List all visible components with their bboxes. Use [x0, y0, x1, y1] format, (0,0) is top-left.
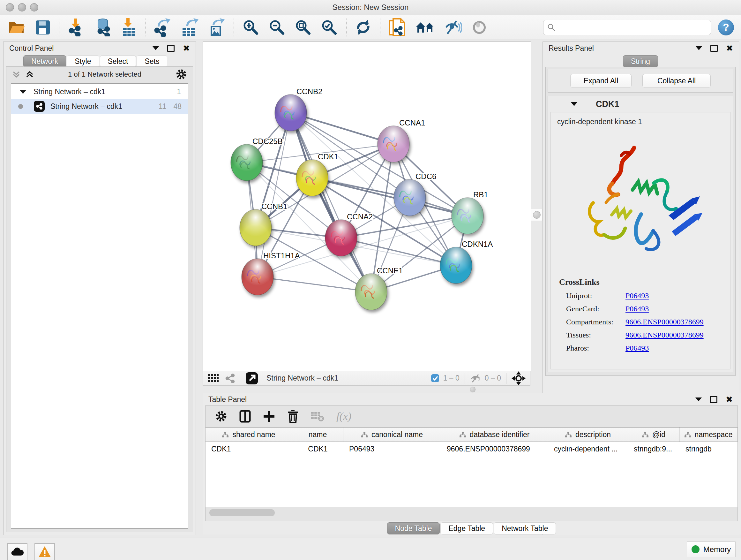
- network-node-CDC25B[interactable]: [231, 144, 263, 181]
- scrollbar-thumb[interactable]: [209, 509, 275, 516]
- create-column-icon[interactable]: [263, 410, 275, 422]
- network-node-CDKN1A[interactable]: [440, 247, 472, 284]
- import-network-from-file-icon[interactable]: [68, 18, 85, 37]
- table-options-gear-icon[interactable]: [215, 410, 227, 422]
- cloud-status-button[interactable]: [7, 543, 27, 560]
- maximize-panel-icon[interactable]: [710, 396, 718, 403]
- tab-network-table[interactable]: Network Table: [494, 522, 556, 535]
- collection-expand-icon[interactable]: [19, 90, 26, 94]
- hidden-eye-icon[interactable]: [470, 374, 481, 383]
- export-table-icon[interactable]: [181, 18, 199, 37]
- column-header-canonical-name[interactable]: canonical name: [343, 428, 441, 442]
- network-row-selected[interactable]: String Network – cdk1 11 48: [11, 99, 188, 114]
- tab-network[interactable]: Network: [23, 55, 66, 67]
- network-options-gear-icon[interactable]: [176, 69, 187, 80]
- vertical-splitter-grip[interactable]: [531, 209, 542, 221]
- zoom-window-button[interactable]: [30, 3, 38, 11]
- network-canvas[interactable]: CCNB2CCNA1CDC25BCDK1CDC6RB1CCNB1CCNA2CDK…: [203, 42, 531, 371]
- horizontal-splitter-grip[interactable]: [467, 386, 478, 393]
- tab-string[interactable]: String: [623, 55, 658, 67]
- crosslink-link[interactable]: P06493: [625, 292, 649, 300]
- network-node-CCNB2[interactable]: [275, 95, 307, 131]
- table-cell[interactable]: CDK1: [292, 442, 343, 455]
- column-header-@id[interactable]: @id: [628, 428, 680, 442]
- zoom-fit-content-icon[interactable]: [295, 19, 312, 36]
- close-panel-icon[interactable]: ✖: [726, 44, 733, 53]
- column-header-shared-name[interactable]: shared name: [205, 428, 292, 442]
- show-column-icon[interactable]: [239, 410, 251, 423]
- close-panel-icon[interactable]: ✖: [183, 44, 190, 53]
- collapse-all-networks-icon[interactable]: [12, 70, 20, 78]
- crosslink-link[interactable]: P06493: [625, 344, 649, 353]
- memory-button[interactable]: Memory: [687, 542, 736, 557]
- table-row[interactable]: CDK1CDK1P064939606.ENSP00000378699cyclin…: [205, 442, 738, 455]
- network-node-CDC6[interactable]: [394, 179, 426, 216]
- network-edge-HIST1H1A-CCNE1[interactable]: [258, 277, 371, 292]
- maximize-panel-icon[interactable]: [167, 45, 175, 52]
- import-network-from-database-icon[interactable]: [94, 18, 112, 37]
- string-home-icon[interactable]: [415, 20, 434, 35]
- string-import-icon[interactable]: [389, 18, 406, 37]
- network-share-icon[interactable]: [225, 374, 235, 383]
- column-header-name[interactable]: name: [292, 428, 343, 442]
- tab-node-table[interactable]: Node Table: [387, 522, 440, 535]
- expand-all-button[interactable]: Expand All: [570, 74, 631, 88]
- zoom-out-icon[interactable]: [269, 19, 285, 36]
- table-cell[interactable]: cyclin-dependent ...: [548, 442, 628, 455]
- crosslink-link[interactable]: 9606.ENSP00000378699: [625, 318, 704, 326]
- float-panel-icon[interactable]: [696, 46, 702, 50]
- network-node-RB1[interactable]: [452, 198, 483, 234]
- result-entry-header[interactable]: CDK1: [548, 96, 733, 112]
- maximize-panel-icon[interactable]: [711, 45, 718, 52]
- grid-view-icon[interactable]: [208, 374, 219, 382]
- export-image-icon[interactable]: [209, 18, 225, 37]
- network-node-CCNE1[interactable]: [355, 273, 387, 310]
- zoom-selected-region-icon[interactable]: [321, 19, 338, 36]
- string-disabled-icon[interactable]: [472, 20, 487, 35]
- crosslink-link[interactable]: P06493: [625, 305, 649, 313]
- help-icon[interactable]: ?: [718, 19, 734, 36]
- network-node-CDK1[interactable]: [296, 160, 328, 196]
- network-node-CCNB1[interactable]: [240, 209, 272, 246]
- network-collection-row[interactable]: String Network – cdk1 1: [11, 84, 188, 99]
- export-network-icon[interactable]: [154, 18, 172, 37]
- column-header-description[interactable]: description: [548, 428, 628, 442]
- network-node-CCNA2[interactable]: [325, 220, 357, 256]
- tab-style[interactable]: Style: [67, 55, 99, 67]
- tab-select[interactable]: Select: [100, 55, 136, 67]
- close-window-button[interactable]: [6, 3, 14, 11]
- open-session-icon[interactable]: [8, 19, 25, 36]
- entry-collapse-icon[interactable]: [571, 102, 577, 106]
- table-cell[interactable]: CDK1: [205, 442, 292, 455]
- open-in-window-icon[interactable]: [246, 372, 258, 385]
- save-session-icon[interactable]: [35, 20, 51, 35]
- close-panel-icon[interactable]: ✖: [726, 395, 733, 405]
- crosslink-link[interactable]: 9606.ENSP00000378699: [625, 331, 704, 339]
- expand-all-networks-icon[interactable]: [25, 70, 34, 78]
- tab-sets[interactable]: Sets: [137, 55, 167, 67]
- zoom-in-icon[interactable]: [243, 19, 259, 36]
- delete-column-icon[interactable]: [287, 410, 299, 423]
- tab-edge-table[interactable]: Edge Table: [441, 522, 493, 535]
- warning-status-button[interactable]: [35, 543, 55, 560]
- string-show-hide-icon[interactable]: [444, 20, 462, 35]
- table-cell[interactable]: P06493: [343, 442, 441, 455]
- import-table-from-file-icon[interactable]: [122, 18, 137, 37]
- search-input[interactable]: [543, 20, 711, 35]
- refresh-network-view-icon[interactable]: [355, 19, 372, 36]
- column-header-namespace[interactable]: namespace: [680, 428, 738, 442]
- table-cell[interactable]: stringdb:9...: [628, 442, 680, 455]
- network-node-CCNA1[interactable]: [378, 126, 409, 162]
- table-cell[interactable]: stringdb: [680, 442, 738, 455]
- selected-checkbox-icon[interactable]: [431, 374, 440, 382]
- search-field[interactable]: [559, 23, 707, 32]
- float-panel-icon[interactable]: [695, 397, 702, 401]
- table-horizontal-scrollbar[interactable]: [205, 509, 738, 516]
- network-node-HIST1H1A[interactable]: [242, 259, 273, 295]
- column-header-database-identifier[interactable]: database identifier: [441, 428, 548, 442]
- collapse-all-button[interactable]: Collapse All: [643, 74, 711, 88]
- birds-eye-pan-icon[interactable]: [512, 371, 526, 385]
- minimize-window-button[interactable]: [18, 3, 26, 11]
- table-cell[interactable]: 9606.ENSP00000378699: [441, 442, 548, 455]
- network-edge-CCNA2-CDKN1A[interactable]: [341, 238, 456, 265]
